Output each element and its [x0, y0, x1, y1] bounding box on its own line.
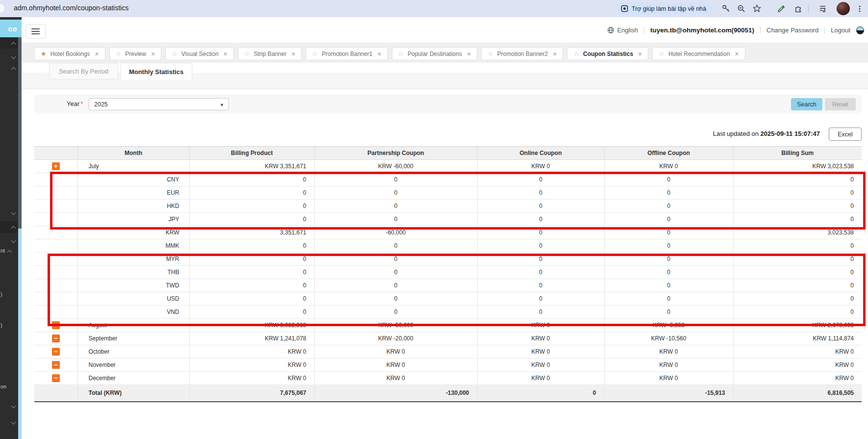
browser-hint-pill[interactable]: Trợ giúp làm bài tập về nhà: [617, 2, 712, 15]
value-cell: 0: [189, 306, 314, 319]
browser-address-bar[interactable]: adm.ohmyhotel.com/coupon-statistics Trợ …: [0, 0, 868, 17]
url-text[interactable]: adm.ohmyhotel.com/coupon-statistics: [14, 4, 128, 12]
value-cell: 0: [733, 266, 862, 279]
value-cell: KRW 1,241,078: [189, 332, 314, 345]
profile-avatar[interactable]: [837, 2, 850, 15]
table-row-mmk: MMK00000: [34, 239, 862, 253]
star-outline-icon[interactable]: ☆: [487, 51, 493, 57]
workspace-tab-preview[interactable]: ☆Preview×: [109, 47, 162, 60]
expand-plus-button[interactable]: +: [52, 162, 60, 170]
reading-list-icon[interactable]: [818, 3, 828, 14]
tab-search-by-period[interactable]: Search By Period: [49, 63, 118, 79]
change-password-link[interactable]: Change Password: [766, 26, 818, 34]
column-header: Billing Sum: [733, 147, 862, 160]
sidebar-toggle-button[interactable]: [26, 24, 46, 39]
tab-monthly-statistics[interactable]: Monthly Statistics: [120, 63, 192, 80]
language-switcher[interactable]: English: [607, 26, 638, 34]
search-button[interactable]: Search: [791, 98, 822, 110]
value-cell: 0: [477, 253, 604, 266]
value-cell: KRW 3,082,318: [189, 319, 314, 332]
close-icon[interactable]: ×: [638, 50, 642, 58]
column-header: Billing Product: [189, 147, 314, 160]
star-outline-icon[interactable]: ☆: [312, 51, 318, 57]
reset-button[interactable]: Reset: [825, 98, 856, 110]
workspace-tab-strip-banner[interactable]: ☆Strip Banner×: [238, 47, 302, 60]
column-header: Offline Coupon: [604, 147, 733, 160]
year-select[interactable]: 2025 ▼: [89, 98, 229, 110]
chevron-down-icon[interactable]: [11, 404, 16, 409]
value-cell: 0: [477, 186, 604, 200]
value-cell: 0: [477, 306, 604, 319]
logout-link[interactable]: Logout: [831, 26, 850, 34]
app-logo[interactable]: co: [0, 20, 22, 37]
collapse-minus-button[interactable]: −: [52, 374, 60, 382]
chevron-down-icon[interactable]: [11, 54, 16, 59]
sidebar-item-fragment[interactable]: ): [0, 291, 2, 297]
value-cell: 0: [733, 239, 862, 253]
expand-cell: [34, 226, 77, 239]
close-icon[interactable]: ×: [291, 50, 295, 58]
site-info-icon[interactable]: [0, 4, 4, 13]
sidebar-scrollbar[interactable]: [18, 37, 22, 439]
eyedropper-icon[interactable]: [776, 3, 787, 14]
collapse-minus-button[interactable]: −: [52, 335, 60, 342]
zoom-out-icon[interactable]: [736, 3, 746, 14]
page: adm.ohmyhotel.com/coupon-statistics Trợ …: [0, 0, 868, 439]
bookmark-star-icon[interactable]: [752, 3, 762, 14]
value-cell: KRW 0: [604, 345, 733, 359]
workspace-tab-visual-section[interactable]: ☆Visual Section×: [165, 47, 234, 60]
star-outline-icon[interactable]: ☆: [573, 51, 579, 57]
star-filled-icon[interactable]: ★: [41, 51, 47, 57]
close-icon[interactable]: ×: [735, 50, 739, 58]
sidebar-item-fragment[interactable]: ): [0, 322, 2, 328]
value-cell: 0: [477, 266, 604, 279]
workspace-tab-coupon-statistics[interactable]: ☆Coupon Statistics×: [567, 47, 648, 60]
close-icon[interactable]: ×: [95, 50, 99, 58]
value-cell: 0: [604, 173, 733, 186]
workspace-tab-promotion-banner2[interactable]: ☆Promotion Banner2×: [481, 47, 563, 60]
close-icon[interactable]: ×: [377, 50, 381, 58]
currency-label: CNY: [77, 173, 189, 186]
expand-cell: [34, 213, 77, 226]
workspace-tab-label: Preview: [125, 51, 146, 57]
sidebar-item-fragment[interactable]: on: [0, 384, 6, 389]
value-cell: 7,675,067: [189, 385, 314, 402]
excel-button[interactable]: Excel: [829, 128, 862, 141]
workspace-tab-promotion-banner1[interactable]: ☆Promotion Banner1×: [306, 47, 387, 60]
close-icon[interactable]: ×: [467, 50, 471, 58]
extensions-icon[interactable]: [793, 3, 804, 14]
chevron-down-icon[interactable]: [11, 420, 16, 425]
workspace-tab-hotel-recommendation[interactable]: ☆Hotel Recommendation×: [652, 47, 745, 60]
currency-label: TWD: [77, 279, 189, 292]
star-outline-icon[interactable]: ☆: [398, 51, 404, 57]
chevron-up-icon[interactable]: [7, 250, 12, 255]
value-cell: KRW 2,678,093: [733, 319, 862, 332]
workspace-tab-hotel-bookings[interactable]: ★Hotel Bookings×: [34, 47, 105, 60]
table-row-july: +JulyKRW 3,351,671KRW -60,000KRW 0KRW 0K…: [34, 160, 862, 173]
menu-dots-icon[interactable]: [854, 3, 865, 14]
value-cell: -130,000: [314, 385, 477, 402]
table-row-december: −DecemberKRW 0KRW 0KRW 0KRW 0KRW 0: [34, 372, 862, 385]
updated-row: Last updated on 2025-09-11 15:07:47 Exce…: [34, 127, 862, 141]
star-outline-icon[interactable]: ☆: [659, 51, 664, 57]
chevron-down-icon[interactable]: [11, 210, 16, 215]
star-outline-icon[interactable]: ☆: [244, 51, 250, 57]
close-icon[interactable]: ×: [224, 50, 228, 58]
value-cell: 0: [733, 306, 862, 319]
theme-toggle[interactable]: [856, 26, 864, 34]
currency-label: USD: [77, 292, 189, 306]
collapse-minus-button[interactable]: −: [52, 361, 60, 369]
collapse-minus-button[interactable]: −: [52, 348, 60, 356]
workspace-tab-popular-destinations[interactable]: ☆Popular Destinations×: [392, 47, 478, 60]
chevron-down-icon[interactable]: [11, 238, 16, 243]
star-outline-icon[interactable]: ☆: [116, 51, 122, 57]
collapse-minus-button[interactable]: −: [52, 321, 60, 329]
close-icon[interactable]: ×: [553, 50, 557, 58]
close-icon[interactable]: ×: [151, 50, 155, 58]
month-label: September: [77, 332, 189, 345]
sidebar-item-fragment[interactable]: nt: [0, 248, 5, 254]
key-icon[interactable]: [721, 3, 731, 14]
star-outline-icon[interactable]: ☆: [172, 51, 178, 57]
last-updated-text: Last updated on 2025-09-11 15:07:47: [713, 130, 820, 137]
chevron-up-icon[interactable]: [11, 67, 16, 72]
